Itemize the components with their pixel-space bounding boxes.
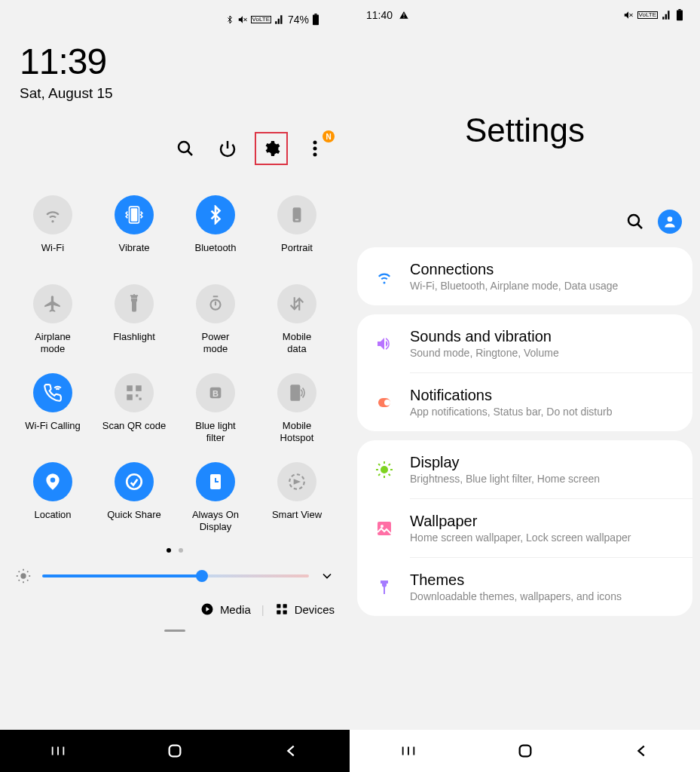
quick-settings-panel: VoLTE 74% 11:39 Sat, August 15 xyxy=(0,0,350,772)
account-avatar[interactable] xyxy=(658,210,682,234)
svg-point-3 xyxy=(313,141,317,145)
navigation-bar xyxy=(350,730,700,772)
tile-smartview[interactable]: Smart View xyxy=(259,462,335,533)
more-icon[interactable] xyxy=(300,133,330,164)
tile-label: Airplane mode xyxy=(35,331,71,355)
vibrate-icon xyxy=(115,195,154,234)
location-icon xyxy=(33,462,72,501)
settings-row-sound[interactable]: Sounds and vibrationSound mode, Ringtone… xyxy=(357,314,692,372)
settings-row-display[interactable]: DisplayBrightness, Blue light filter, Ho… xyxy=(357,440,692,498)
settings-gear-icon[interactable] xyxy=(255,132,288,165)
flashlight-icon xyxy=(115,284,154,323)
tile-aod[interactable]: Always On Display xyxy=(178,462,253,533)
chevron-down-icon[interactable] xyxy=(319,568,335,584)
mute-status-icon xyxy=(623,10,634,20)
tile-label: Mobile data xyxy=(283,331,311,355)
tile-label: Quick Share xyxy=(107,509,161,533)
back-button[interactable] xyxy=(283,743,300,759)
settings-row-subtitle: App notifications, Status bar, Do not di… xyxy=(410,406,676,418)
svg-rect-1 xyxy=(314,14,316,15)
status-bar: VoLTE 74% xyxy=(15,0,335,26)
svg-rect-22 xyxy=(277,611,280,614)
svg-point-5 xyxy=(313,153,317,157)
svg-rect-32 xyxy=(378,522,391,535)
brightness-icon xyxy=(15,568,32,584)
page-dot xyxy=(167,548,171,553)
tile-label: Smart View xyxy=(272,509,322,533)
drag-handle[interactable] xyxy=(164,630,185,632)
settings-row-notif[interactable]: NotificationsApp notifications, Status b… xyxy=(357,373,692,431)
brightness-slider[interactable] xyxy=(15,560,335,592)
search-icon[interactable] xyxy=(626,213,644,231)
devices-button[interactable]: Devices xyxy=(275,602,335,616)
page-indicator xyxy=(15,541,335,560)
search-icon[interactable] xyxy=(170,133,200,164)
tile-bluetooth[interactable]: Bluetooth xyxy=(178,195,253,266)
tile-label: Scan QR code xyxy=(102,420,167,444)
settings-group: ConnectionsWi-Fi, Bluetooth, Airplane mo… xyxy=(357,247,692,305)
status-time: 11:40 xyxy=(366,9,393,21)
bluetooth-icon xyxy=(196,195,235,234)
svg-rect-11 xyxy=(136,394,138,397)
notif-icon xyxy=(374,392,395,413)
brightness-thumb[interactable] xyxy=(196,570,208,582)
tile-portrait[interactable]: Portrait xyxy=(259,195,335,266)
power-icon xyxy=(196,284,235,323)
themes-icon xyxy=(374,577,395,598)
svg-rect-9 xyxy=(136,385,142,391)
mobiledata-icon xyxy=(277,284,316,323)
recents-button[interactable] xyxy=(400,743,417,759)
tile-flashlight[interactable]: Flashlight xyxy=(96,284,172,355)
tile-hotspot[interactable]: Mobile Hotspot xyxy=(259,373,335,444)
tile-label: Portrait xyxy=(281,242,313,266)
settings-row-wifi[interactable]: ConnectionsWi-Fi, Bluetooth, Airplane mo… xyxy=(357,247,692,305)
signal-status-icon xyxy=(662,10,672,20)
settings-row-wallpaper[interactable]: WallpaperHome screen wallpaper, Lock scr… xyxy=(357,499,692,557)
tile-bluelight[interactable]: BBlue light filter xyxy=(178,373,253,444)
back-button[interactable] xyxy=(634,743,650,759)
settings-row-title: Sounds and vibration xyxy=(410,328,676,345)
svg-point-28 xyxy=(668,216,673,222)
svg-point-18 xyxy=(20,573,26,578)
display-icon xyxy=(374,459,395,480)
clock-time: 11:39 xyxy=(20,41,330,82)
tile-wifi[interactable]: Wi-Fi xyxy=(15,195,90,266)
tile-quickshare[interactable]: Quick Share xyxy=(96,462,172,533)
power-icon[interactable] xyxy=(212,133,243,164)
tile-qr[interactable]: Scan QR code xyxy=(96,373,172,444)
tile-wificall[interactable]: Wi-Fi Calling xyxy=(15,373,90,444)
settings-row-title: Wallpaper xyxy=(410,513,676,530)
tile-mobiledata[interactable]: Mobile data xyxy=(259,284,335,355)
battery-status-icon xyxy=(312,14,319,26)
svg-point-33 xyxy=(381,525,384,528)
devices-label: Devices xyxy=(295,603,335,616)
tile-label: Location xyxy=(34,509,71,533)
svg-point-2 xyxy=(179,142,189,152)
home-button[interactable] xyxy=(517,743,533,759)
home-button[interactable] xyxy=(167,743,183,759)
svg-point-30 xyxy=(384,400,390,406)
media-button[interactable]: Media xyxy=(200,602,251,616)
aod-icon xyxy=(196,462,235,501)
tile-airplane[interactable]: Airplane mode xyxy=(15,284,90,355)
svg-rect-24 xyxy=(170,746,181,757)
settings-group: DisplayBrightness, Blue light filter, Ho… xyxy=(357,440,692,616)
page-title: Settings xyxy=(350,112,700,149)
settings-row-subtitle: Sound mode, Ringtone, Volume xyxy=(410,347,676,359)
quick-settings-tiles: Wi-FiVibrateBluetoothPortraitAirplane mo… xyxy=(15,180,335,541)
battery-status-icon xyxy=(676,9,683,21)
wifi-icon xyxy=(374,266,395,287)
recents-button[interactable] xyxy=(50,743,66,759)
quickshare-icon xyxy=(115,462,154,501)
svg-rect-21 xyxy=(283,604,286,608)
tile-location[interactable]: Location xyxy=(15,462,90,533)
tile-vibrate[interactable]: Vibrate xyxy=(96,195,172,266)
bluelight-icon: B xyxy=(196,373,235,412)
settings-screen: 11:40 VoLTE Settings ConnectionsWi-Fi, B… xyxy=(350,0,700,772)
battery-percent: 74% xyxy=(288,14,309,26)
wifi-icon xyxy=(33,195,72,234)
tile-power[interactable]: Power mode xyxy=(178,284,253,355)
tile-label: Bluetooth xyxy=(195,242,237,266)
settings-row-themes[interactable]: ThemesDownloadable themes, wallpapers, a… xyxy=(357,558,692,616)
signal-status-icon xyxy=(274,14,285,25)
